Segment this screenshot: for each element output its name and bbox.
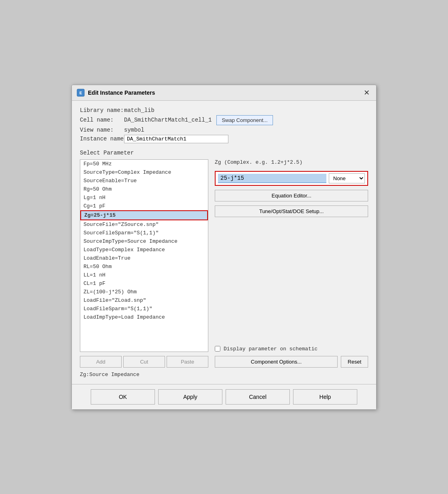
list-item[interactable]: SourceType=Complex Impedance [80,168,208,177]
svg-text:E: E [79,91,82,96]
list-item[interactable]: SourceImpType=Source Impedance [80,237,208,246]
list-item[interactable]: SourceFileSparm="S(1,1)" [80,229,208,237]
unit-select[interactable]: NoneOhmkOhm [329,173,365,183]
list-item[interactable]: CL=1 pF [80,279,208,288]
view-value: symbol [124,127,368,133]
edit-instance-parameters-dialog: E Edit Instance Parameters ✕ Library nam… [71,85,377,410]
list-item[interactable]: Rg=50 Ohm [80,185,208,193]
cut-button[interactable]: Cut [123,356,165,368]
instance-row [124,135,368,143]
help-button[interactable]: Help [293,389,357,405]
status-bar: Zg:Source Impedance [80,372,368,378]
list-item[interactable]: SourceFile="ZSource.snp" [80,220,208,229]
value-row: NoneOhmkOhm [215,171,368,186]
list-item[interactable]: LoadFileSparm="S(1,1)" [80,305,208,313]
right-bottom-buttons: Component Options... Reset [215,356,368,368]
dialog-title: Edit Instance Parameters [88,89,155,96]
list-item[interactable]: LoadType=Complex Impedance [80,246,208,254]
list-item[interactable]: SourceEnable=True [80,177,208,185]
bottom-section: Add Cut Paste Component Options... Reset [80,356,368,368]
close-button[interactable]: ✕ [362,88,371,97]
title-bar-left: E Edit Instance Parameters [77,89,155,97]
display-row: Display parameter on schematic [215,346,368,352]
list-item[interactable]: Lg=1 nH [80,193,208,202]
right-panel: Zg (Complex. e.g. 1.2+j*2.5) NoneOhmkOhm… [215,159,368,352]
library-value: match_lib [124,107,368,114]
list-item[interactable]: ZL=(100-j*25) Ohm [80,288,208,296]
list-item[interactable]: Fp=50 MHz [80,160,208,168]
cell-row: DA_SmithChartMatch1_cell_1 Swap Componen… [124,115,368,125]
ok-button[interactable]: OK [91,389,155,405]
instance-label: Instance name: [80,136,124,142]
list-item[interactable]: Cg=1 pF [80,202,208,210]
add-button[interactable]: Add [80,356,122,368]
reset-button[interactable]: Reset [341,356,368,368]
parameter-list-container[interactable]: Fp=50 MHzSourceType=Complex ImpedanceSou… [80,159,208,352]
paste-button[interactable]: Paste [167,356,208,368]
dialog-icon: E [77,89,85,97]
list-item[interactable]: RL=50 Ohm [80,262,208,271]
list-item[interactable]: LoadImpType=Load Impedance [80,313,208,321]
equation-editor-button[interactable]: Equation Editor... [215,190,368,201]
list-item[interactable]: Zg=25-j*15 [80,210,208,220]
component-options-button[interactable]: Component Options... [215,356,338,368]
select-parameter-label: Select Parameter [80,150,368,156]
display-label: Display parameter on schematic [224,346,318,352]
view-label: View name: [80,127,124,133]
swap-component-button[interactable]: Swap Component... [216,115,273,125]
cell-value: DA_SmithChartMatch1_cell_1 [124,117,212,123]
library-label: Library name: [80,107,124,114]
list-item[interactable]: LoadEnable=True [80,254,208,262]
display-checkbox[interactable] [215,346,220,352]
dialog-footer: OK Apply Cancel Help [72,384,376,409]
status-text: Zg:Source Impedance [80,372,139,378]
info-grid: Library name: match_lib Cell name: DA_Sm… [80,107,368,143]
tune-opt-button[interactable]: Tune/Opt/Stat/DOE Setup... [215,205,368,217]
title-bar: E Edit Instance Parameters ✕ [72,85,376,101]
dialog-body: Library name: match_lib Cell name: DA_Sm… [72,101,376,384]
list-item[interactable]: LL=1 nH [80,271,208,279]
cancel-button[interactable]: Cancel [226,389,290,405]
main-content: Fp=50 MHzSourceType=Complex ImpedanceSou… [80,159,368,352]
instance-name-input[interactable] [124,135,228,143]
parameter-hint: Zg (Complex. e.g. 1.2+j*2.5) [215,159,368,165]
parameter-list: Fp=50 MHzSourceType=Complex ImpedanceSou… [80,160,208,321]
list-action-buttons: Add Cut Paste [80,356,208,368]
list-item[interactable]: LoadFile="ZLoad.snp" [80,296,208,305]
cell-label: Cell name: [80,117,124,123]
value-input[interactable] [218,174,326,183]
apply-button[interactable]: Apply [158,389,222,405]
